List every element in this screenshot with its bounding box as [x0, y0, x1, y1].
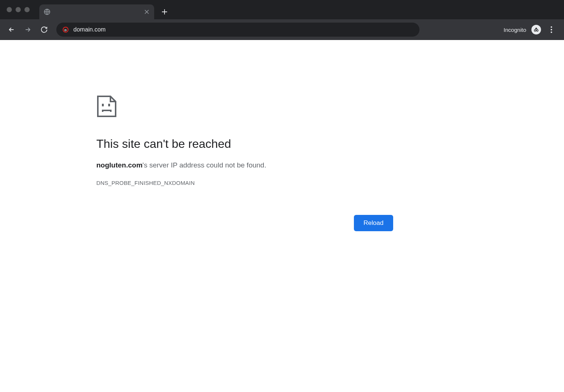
window-close-button[interactable] [7, 7, 12, 12]
svg-point-6 [551, 26, 552, 28]
error-title: This site can't be reached [96, 137, 393, 151]
back-button[interactable] [5, 23, 18, 36]
browser-tab[interactable] [39, 4, 154, 19]
menu-button[interactable] [546, 24, 557, 35]
svg-point-7 [551, 29, 552, 30]
svg-text:D: D [64, 29, 67, 32]
error-domain: nogluten.com [96, 161, 143, 169]
incognito-icon[interactable] [531, 25, 541, 34]
error-code: DNS_PROBE_FINISHED_NXDOMAIN [96, 180, 393, 186]
error-suffix: 's server IP address could not be found. [143, 161, 266, 169]
new-tab-button[interactable] [159, 7, 170, 17]
site-favicon-icon: D [62, 26, 69, 33]
forward-button[interactable] [21, 23, 34, 36]
omnibox-url: domain.com [73, 26, 106, 33]
incognito-label: Incognito [504, 27, 526, 33]
error-container: This site can't be reached nogluten.com'… [96, 95, 393, 186]
error-message: nogluten.com's server IP address could n… [96, 161, 393, 169]
omnibox[interactable]: D domain.com [56, 23, 419, 37]
tab-strip [0, 0, 564, 19]
svg-point-8 [551, 31, 552, 33]
window-maximize-button[interactable] [24, 7, 30, 12]
globe-icon [44, 9, 50, 15]
reload-page-button[interactable]: Reload [354, 215, 393, 231]
svg-rect-10 [108, 104, 110, 106]
window-controls [4, 7, 36, 12]
window-minimize-button[interactable] [16, 7, 21, 12]
svg-point-4 [534, 30, 536, 31]
browser-chrome: D domain.com Incognito [0, 0, 564, 40]
sad-page-icon [96, 95, 393, 119]
svg-rect-9 [102, 104, 104, 106]
page-content: This site can't be reached nogluten.com'… [0, 40, 564, 392]
svg-point-5 [537, 30, 538, 31]
close-icon[interactable] [144, 9, 150, 15]
reload-button[interactable] [38, 23, 50, 36]
right-controls: Incognito [504, 24, 559, 35]
address-bar-row: D domain.com Incognito [0, 19, 564, 40]
